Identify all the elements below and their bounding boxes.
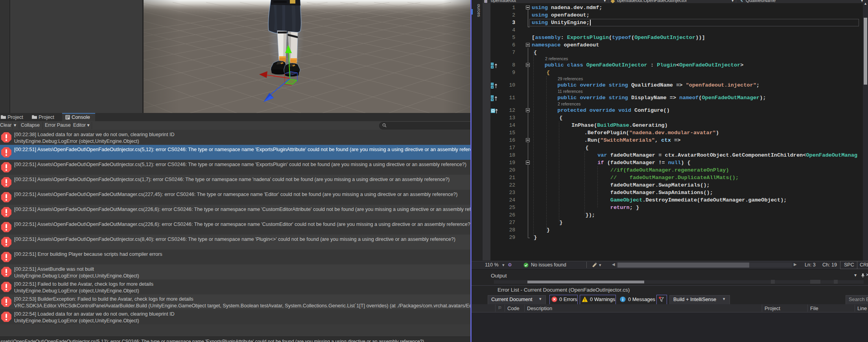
svg-text:I: I bbox=[491, 96, 493, 98]
svg-text:I: I bbox=[491, 63, 493, 66]
svg-text:I: I bbox=[491, 83, 493, 86]
